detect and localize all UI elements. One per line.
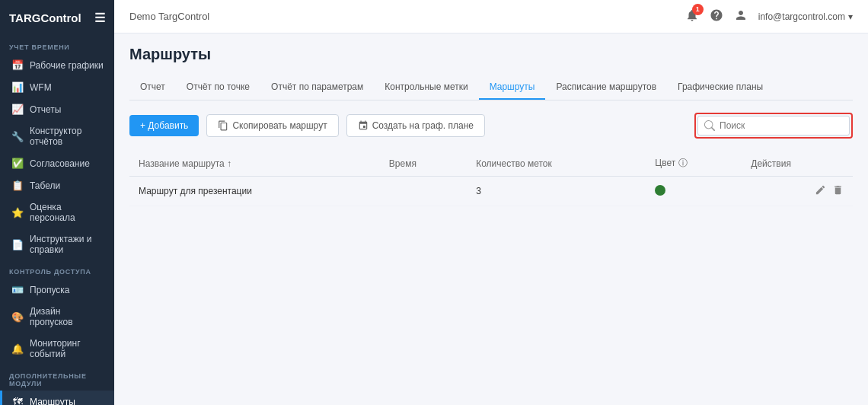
route-color [646, 177, 742, 206]
hamburger-icon[interactable]: ☰ [94, 11, 105, 25]
sidebar-item-timesheets[interactable]: 📋 Табели [0, 174, 114, 196]
sidebar-item-routes[interactable]: 🗺 Маршруты [0, 391, 114, 405]
app-name: TARGControl [9, 11, 81, 24]
section-time-label: УЧЕТ ВРЕМЕНИ [0, 36, 114, 54]
help-icon[interactable] [710, 8, 723, 25]
pass-design-icon: 🎨 [11, 311, 24, 323]
sidebar: TARGControl ☰ УЧЕТ ВРЕМЕНИ 📅 Рабочие гра… [0, 0, 114, 405]
monitoring-icon: 🔔 [11, 343, 24, 355]
route-time [380, 177, 467, 206]
col-time: Время [380, 151, 467, 177]
toolbar: + Добавить Скопировать маршрут Создать н… [129, 113, 853, 139]
sidebar-item-label: WFM [30, 82, 52, 93]
delete-icon[interactable] [832, 184, 844, 198]
user-email[interactable]: info@targcontrol.com ▾ [758, 11, 853, 22]
page-content: Маршруты Отчет Отчёт по точке Отчёт по п… [114, 33, 868, 405]
sidebar-item-label: Маршруты [30, 397, 75, 406]
table-body: Маршрут для презентации 3 [129, 177, 853, 206]
sidebar-item-label: Пропуска [30, 285, 70, 295]
topbar: Demo TargControl 1 info@targcontrol.com … [114, 0, 868, 33]
personnel-icon: ⭐ [11, 207, 24, 218]
sidebar-logo: TARGControl ☰ [0, 0, 114, 36]
tab-report-params[interactable]: Отчёт по параметрам [260, 75, 374, 100]
report-builder-icon: 🔧 [11, 131, 24, 142]
col-count: Количество меток [467, 151, 646, 177]
notification-badge: 1 [692, 4, 704, 15]
main-area: Demo TargControl 1 info@targcontrol.com … [114, 0, 868, 405]
reports-icon: 📈 [11, 104, 24, 115]
sidebar-item-label: Мониторинг событий [30, 338, 105, 359]
tab-routes[interactable]: Маршруты [479, 75, 546, 100]
sidebar-item-label: Инструктажи и справки [30, 234, 105, 255]
sidebar-item-label: Оценка персонала [30, 202, 105, 223]
wfm-icon: 📊 [11, 81, 24, 93]
search-container [694, 113, 853, 139]
sidebar-item-label: Рабочие графики [30, 60, 104, 71]
route-name: Маршрут для презентации [129, 177, 380, 206]
routes-icon: 🗺 [11, 396, 24, 405]
sidebar-item-label: Табели [30, 180, 60, 191]
instructions-icon: 📄 [11, 239, 24, 250]
route-actions [742, 177, 853, 206]
color-indicator [655, 185, 665, 196]
sidebar-item-reports[interactable]: 📈 Отчеты [0, 98, 114, 120]
copy-route-label: Скопировать маршрут [232, 120, 327, 131]
sidebar-item-instructions[interactable]: 📄 Инструктажи и справки [0, 228, 114, 260]
tab-report[interactable]: Отчет [129, 75, 176, 100]
sidebar-item-label: Согласование [30, 158, 90, 169]
sidebar-item-label: Отчеты [30, 104, 61, 115]
table-header: Название маршрута ↑ Время Количество мет… [129, 151, 853, 177]
sidebar-item-report-builder[interactable]: 🔧 Конструктор отчётов [0, 120, 114, 152]
create-plan-label: Создать на граф. плане [372, 120, 474, 131]
section-access-label: КОНТРОЛЬ ДОСТУПА [0, 260, 114, 279]
col-color: Цвет ⓘ [646, 151, 742, 177]
table-row: Маршрут для презентации 3 [129, 177, 853, 206]
approval-icon: ✅ [11, 158, 24, 169]
tab-checkpoints[interactable]: Контрольные метки [374, 75, 478, 100]
sidebar-item-wfm[interactable]: 📊 WFM [0, 76, 114, 98]
tab-report-point[interactable]: Отчёт по точке [176, 75, 260, 100]
timesheets-icon: 📋 [11, 180, 24, 191]
sidebar-item-personnel[interactable]: ⭐ Оценка персонала [0, 196, 114, 228]
sidebar-item-approval[interactable]: ✅ Согласование [0, 152, 114, 174]
sidebar-item-label: Конструктор отчётов [30, 126, 105, 147]
sidebar-item-label: Дизайн пропусков [30, 306, 105, 327]
demo-label: Demo TargControl [129, 11, 209, 22]
col-name: Название маршрута ↑ [129, 151, 380, 177]
routes-table: Название маршрута ↑ Время Количество мет… [129, 151, 853, 206]
sidebar-item-pass-design[interactable]: 🎨 Дизайн пропусков [0, 301, 114, 333]
page-title: Маршруты [129, 46, 853, 63]
schedules-icon: 📅 [11, 59, 24, 71]
create-plan-button[interactable]: Создать на граф. плане [346, 114, 485, 137]
search-input[interactable] [697, 116, 850, 136]
topbar-right: 1 info@targcontrol.com ▾ [685, 8, 853, 25]
tabs-bar: Отчет Отчёт по точке Отчёт по параметрам… [129, 75, 853, 100]
section-modules-label: ДОПОЛНИТЕЛЬНЫЕ МОДУЛИ [0, 365, 114, 391]
notification-icon[interactable]: 1 [685, 8, 699, 25]
user-avatar-icon[interactable] [734, 8, 748, 25]
sidebar-item-monitoring[interactable]: 🔔 Мониторинг событий [0, 333, 114, 365]
add-button[interactable]: + Добавить [129, 115, 199, 136]
sidebar-item-passes[interactable]: 🪪 Пропуска [0, 279, 114, 301]
copy-route-button[interactable]: Скопировать маршрут [206, 114, 338, 137]
route-count: 3 [467, 177, 646, 206]
tab-graphic-plans[interactable]: Графические планы [667, 75, 774, 100]
sidebar-item-schedules[interactable]: 📅 Рабочие графики [0, 54, 114, 76]
passes-icon: 🪪 [11, 284, 24, 295]
tab-schedule[interactable]: Расписание маршрутов [545, 75, 667, 100]
col-actions: Действия [742, 151, 853, 177]
edit-icon[interactable] [815, 184, 826, 198]
